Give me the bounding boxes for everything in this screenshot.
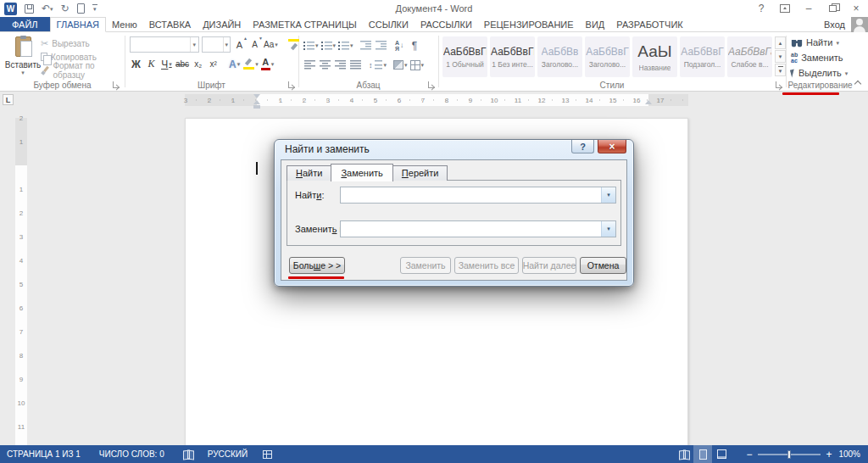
ribbon-tab[interactable]: РАЗРАБОТЧИК [610,17,688,31]
minimize-button[interactable]: – [797,0,821,17]
word-logo-icon[interactable]: W [4,3,17,15]
replace-button[interactable]: abac Заменить [791,51,848,64]
ribbon-tab[interactable]: ГЛАВНАЯ [50,17,106,32]
font-size-input[interactable] [203,37,223,52]
bullets-button[interactable]: ▾ [303,37,319,53]
text-effects-button[interactable]: А▾ [228,56,241,72]
dialog-help-button[interactable]: ? [571,140,594,153]
underline-button[interactable]: Ч▾ [160,56,173,72]
style-card[interactable]: АаБбВвГ Заголово... [585,36,630,77]
italic-button[interactable]: К [145,56,158,72]
show-formatting-marks-button[interactable]: ¶ [409,37,421,53]
left-indent-marker[interactable] [253,105,260,109]
page-indicator[interactable]: СТРАНИЦА 1 ИЗ 1 [3,445,84,463]
print-layout-button[interactable] [693,445,712,463]
ribbon-tab[interactable]: ВИД [580,17,611,31]
redo-button[interactable]: ↻ [61,3,70,14]
style-card[interactable]: АаБбВвГг, 1 Без инте... [490,36,535,77]
hanging-indent-marker[interactable] [253,100,260,104]
font-name-input[interactable] [131,37,190,52]
ribbon-tab[interactable]: ВСТАВКА [143,17,197,31]
superscript-button[interactable]: x² [207,56,220,72]
cut-button[interactable]: ✂Вырезать [41,37,125,49]
ribbon-tab[interactable]: ФАЙЛ [0,17,50,31]
dialog-button[interactable]: Больше > > [289,257,345,274]
align-left-button[interactable] [303,57,316,73]
numbering-button[interactable]: ▾ [321,37,337,53]
sign-in-link[interactable]: Вход [824,20,845,30]
justify-button[interactable] [349,57,362,73]
new-document-button[interactable] [77,3,85,14]
style-card[interactable]: АаБбВвГг, 1 Обычный [442,36,487,77]
read-mode-button[interactable] [675,445,693,463]
paragraph-dialog-launcher[interactable] [428,81,435,88]
select-button[interactable]: Выделить▾ [791,66,848,80]
customize-qat-button[interactable]: ▾ [92,4,97,13]
right-indent-marker[interactable] [645,100,652,104]
dialog-button[interactable]: Заменить [400,257,451,274]
zoom-out-button[interactable]: − [743,449,756,460]
font-dialog-launcher[interactable] [288,81,295,88]
font-color-button[interactable]: А▾ [261,56,275,72]
highlight-button[interactable]: ▾ [243,56,259,72]
styles-more-button[interactable]: ▾ [775,64,786,76]
style-card[interactable]: АаБбВвГ Подзагол... [680,36,725,77]
help-button[interactable]: ? [749,0,773,17]
find-what-combobox[interactable]: ▾ [340,187,616,204]
tab-stop-selector[interactable]: L [3,94,14,105]
grow-font-button[interactable]: А▲ [233,36,246,53]
shrink-font-button[interactable]: А▼ [248,36,261,53]
zoom-slider[interactable] [758,454,821,455]
language-indicator[interactable]: РУССКИЙ [204,445,251,463]
align-center-button[interactable] [319,57,331,73]
close-button[interactable]: × [844,0,868,17]
dialog-close-button[interactable]: × [598,140,626,153]
style-card[interactable]: АаБбВв Заголово... [537,36,582,77]
font-size-dropdown-icon[interactable]: ▾ [223,37,230,52]
styles-scroll-up-button[interactable]: ▴ [775,36,786,49]
ribbon-tab[interactable]: ДИЗАЙН [197,17,247,31]
dialog-tab[interactable]: Перейти [392,165,448,181]
ribbon-tab[interactable]: ССЫЛКИ [363,17,415,31]
line-spacing-button[interactable]: ↕▾ [369,57,387,73]
vertical-ruler[interactable]: 121234567891011 [15,118,27,445]
proofing-button[interactable] [178,445,199,463]
replace-with-dropdown-icon[interactable]: ▾ [601,221,615,237]
style-card[interactable]: АаБбВвГг Слабое в... [727,36,772,77]
subscript-button[interactable]: x₂ [192,56,204,72]
dialog-button[interactable]: Отмена [580,257,626,274]
undo-button[interactable]: ↶▾ [42,3,53,14]
save-button[interactable] [25,4,34,14]
dialog-tab[interactable]: Найти [287,165,331,181]
first-line-indent-marker[interactable] [253,94,260,98]
replace-with-combobox[interactable]: ▾ [340,220,616,237]
multilevel-list-button[interactable]: ▾ [338,37,353,53]
ribbon-tab[interactable]: РАССЫЛКИ [415,17,478,31]
replace-with-input[interactable] [341,221,601,237]
word-count[interactable]: ЧИСЛО СЛОВ: 0 [96,445,168,463]
restore-button[interactable] [821,0,844,17]
dialog-button[interactable]: Найти далее [522,257,576,274]
ribbon-display-options-button[interactable] [773,0,797,17]
styles-scroll-down-button[interactable]: ▾ [775,50,786,63]
macro-record-button[interactable] [258,445,277,463]
increase-indent-button[interactable] [375,37,387,53]
find-button[interactable]: Найти▾ [791,36,848,49]
avatar[interactable] [851,16,868,32]
format-painter-button[interactable]: Формат по образцу [41,64,125,76]
paste-button[interactable]: Вставить ▾ [7,36,39,86]
web-layout-button[interactable] [712,445,731,463]
font-name-dropdown-icon[interactable]: ▾ [190,37,198,52]
bold-button[interactable]: Ж [130,56,142,72]
change-case-button[interactable]: Аа▾ [264,36,278,53]
dialog-tab[interactable]: Заменить [331,164,392,181]
collapse-ribbon-button[interactable] [854,80,861,86]
font-size-combobox[interactable]: ▾ [202,36,231,53]
sort-button[interactable]: АЯ↓ [393,37,406,53]
zoom-level[interactable]: 100% [836,449,868,459]
dialog-button[interactable]: Заменить все [454,257,519,274]
clipboard-dialog-launcher[interactable] [113,81,120,88]
borders-button[interactable]: ▾ [410,57,425,73]
ribbon-tab[interactable]: РАЗМЕТКА СТРАНИЦЫ [247,17,362,31]
find-what-dropdown-icon[interactable]: ▾ [601,187,615,203]
